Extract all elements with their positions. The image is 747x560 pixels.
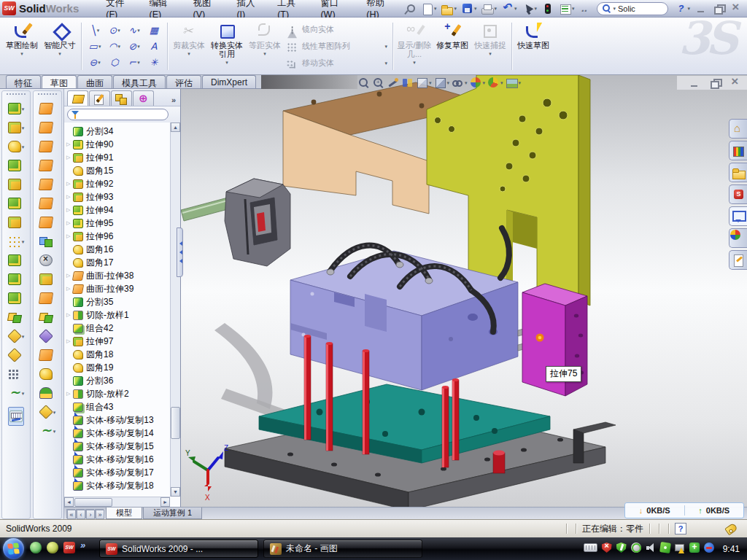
feature-tree-item[interactable]: ▷ 实体-移动/复制15 bbox=[64, 440, 170, 453]
dropdown-arrow-icon[interactable]: ▾ bbox=[117, 44, 120, 49]
feature-tree-item[interactable]: ▷ 拉伸94 bbox=[64, 203, 170, 217]
dropdown-arrow-icon[interactable]: ▾ bbox=[534, 6, 537, 11]
feature-tree-item[interactable]: ▷ 组合42 bbox=[64, 322, 170, 335]
scroll-left-icon[interactable]: ◄ bbox=[64, 497, 74, 507]
first-tab-icon[interactable]: « bbox=[66, 509, 75, 518]
command-tab[interactable]: 评估 bbox=[166, 75, 201, 88]
tag-icon[interactable] bbox=[724, 522, 738, 535]
view-orientation-icon[interactable]: ▾ bbox=[416, 77, 432, 89]
overflow-chevron-icon[interactable] bbox=[80, 542, 92, 556]
arc-icon[interactable]: ◠▾ bbox=[105, 39, 124, 54]
dropdown-arrow-icon[interactable]: ▾ bbox=[429, 80, 432, 85]
dropdown-arrow-icon[interactable]: ▾ bbox=[22, 106, 25, 112]
dropdown-arrow-icon[interactable]: ▾ bbox=[384, 61, 387, 66]
dropdown-arrow-icon[interactable]: ▾ bbox=[22, 125, 25, 131]
render-icon[interactable]: ▾ bbox=[487, 77, 503, 89]
planar-surface-icon[interactable]: ▾ bbox=[39, 213, 56, 232]
split-icon[interactable]: ▾ bbox=[8, 270, 25, 289]
weldment-icon[interactable]: ▾ bbox=[8, 346, 25, 365]
knit-surface-icon[interactable]: ▾ bbox=[39, 175, 56, 194]
model-canvas[interactable]: Y Z X bbox=[181, 75, 747, 507]
swept-surface-icon[interactable]: ▾ bbox=[39, 99, 56, 118]
solidworks-quick-icon[interactable] bbox=[63, 542, 75, 556]
extruded-boss-icon[interactable]: ▾ bbox=[8, 99, 25, 118]
view-palette-tab[interactable] bbox=[729, 206, 747, 226]
feature-tree-item[interactable]: ▷ 拉伸95 bbox=[64, 217, 170, 230]
save-icon[interactable]: ▾ bbox=[459, 1, 479, 16]
taskbar-clock[interactable]: 9:41 bbox=[720, 544, 747, 554]
trim-surface-icon[interactable]: ▾ bbox=[39, 327, 56, 346]
replace-face-icon[interactable]: ▾ bbox=[39, 270, 56, 289]
move-copy-icon[interactable]: ▾ bbox=[8, 308, 25, 327]
expand-arrow-icon[interactable]: ▷ bbox=[66, 338, 73, 344]
dropdown-arrow-icon[interactable]: ▾ bbox=[413, 60, 416, 65]
offset-surface-icon[interactable]: ▾ bbox=[39, 194, 56, 213]
dropdown-arrow-icon[interactable]: ▾ bbox=[137, 44, 140, 49]
feature-tree-item[interactable]: ▷ 圆角19 bbox=[64, 361, 170, 374]
spline-surface-icon[interactable]: ▾ bbox=[39, 421, 56, 440]
start-button[interactable] bbox=[3, 538, 24, 559]
feature-tree-item[interactable]: ▷ 实体-移动/复制16 bbox=[64, 453, 170, 466]
circle-icon[interactable]: ⊙▾ bbox=[105, 23, 124, 38]
dropdown-arrow-icon[interactable]: ▾ bbox=[20, 51, 23, 56]
box-select-icon[interactable]: ▦▾ bbox=[144, 23, 163, 38]
new-document-icon[interactable]: ▾ bbox=[419, 1, 438, 16]
command-tab[interactable]: DimXpert bbox=[202, 75, 256, 88]
dropdown-arrow-icon[interactable]: ▾ bbox=[22, 391, 25, 396]
feature-tree-item[interactable]: ▷ 分割35 bbox=[64, 295, 170, 308]
feature-tree-item[interactable]: ▷ 分割36 bbox=[64, 374, 170, 387]
pin-drive-icon[interactable] bbox=[660, 542, 670, 555]
dropdown-arrow-icon[interactable]: ▾ bbox=[572, 6, 575, 11]
dropdown-arrow-icon[interactable]: ▾ bbox=[447, 80, 450, 85]
dropdown-arrow-icon[interactable]: ▾ bbox=[53, 410, 56, 415]
freeform-icon[interactable]: ▾ bbox=[39, 402, 56, 421]
last-tab-icon[interactable]: » bbox=[95, 509, 104, 518]
dropdown-arrow-icon[interactable]: ▾ bbox=[187, 51, 190, 56]
boundary-surface-icon[interactable]: ▾ bbox=[39, 156, 56, 175]
cut-icon[interactable]: ▾ bbox=[8, 194, 25, 213]
scrollbar-thumb[interactable] bbox=[171, 407, 180, 439]
status-help-icon[interactable]: ? bbox=[675, 523, 686, 534]
traffic-light-icon[interactable]: ▾ bbox=[539, 1, 556, 16]
model-tab[interactable]: 运动算例 1 bbox=[143, 508, 202, 519]
resources-tab[interactable] bbox=[729, 119, 747, 139]
body-icon[interactable]: ▾ bbox=[8, 289, 25, 308]
design-library-tab[interactable] bbox=[729, 141, 747, 160]
prev-tab-icon[interactable]: ‹ bbox=[76, 509, 85, 518]
overflow-icon[interactable]: ▾ bbox=[576, 1, 593, 16]
dropdown-arrow-icon[interactable]: ▾ bbox=[97, 28, 100, 33]
command-tab[interactable]: 模具工具 bbox=[113, 75, 166, 88]
fillet-icon[interactable]: ▾ bbox=[8, 137, 25, 156]
filter-input[interactable] bbox=[67, 109, 169, 120]
spline-tool-icon[interactable]: ▾ bbox=[8, 384, 25, 402]
expand-arrow-icon[interactable]: ▷ bbox=[66, 141, 73, 147]
command-tab[interactable]: 曲面 bbox=[77, 75, 112, 88]
dropdown-arrow-icon[interactable]: ▾ bbox=[514, 6, 517, 11]
hide-show-icon[interactable]: ▾ bbox=[452, 77, 468, 89]
dropdown-arrow-icon[interactable]: ▾ bbox=[58, 51, 61, 56]
revolved-surface-icon[interactable]: ▾ bbox=[39, 118, 56, 137]
featuremanager-tab[interactable] bbox=[67, 90, 88, 106]
feature-tree-item[interactable]: ▷ 切除-放样1 bbox=[64, 308, 170, 322]
configurationmanager-tab[interactable] bbox=[111, 90, 132, 106]
panel-chevron[interactable]: » bbox=[171, 96, 179, 106]
line-icon[interactable]: ╲▾ bbox=[85, 23, 104, 38]
blocked-sync-icon[interactable] bbox=[704, 542, 714, 555]
move-face-icon[interactable]: ▾ bbox=[39, 308, 56, 327]
display-style-icon[interactable]: ▾ bbox=[434, 77, 450, 89]
command-tab[interactable]: 特征 bbox=[6, 75, 41, 88]
feature-tree-item[interactable]: ▷ 实体-移动/复制17 bbox=[64, 466, 170, 479]
pin-icon[interactable]: ▾ bbox=[401, 1, 418, 16]
app-green-icon[interactable] bbox=[47, 542, 58, 556]
feature-tree-item[interactable]: ▷ 分割34 bbox=[64, 125, 170, 138]
security-alert-icon[interactable] bbox=[602, 542, 612, 555]
feature-tree-item[interactable]: ▷ 实体-移动/复制13 bbox=[64, 413, 170, 427]
extend-surface-icon[interactable]: ▾ bbox=[39, 232, 56, 251]
panel-splitter-handle[interactable] bbox=[177, 228, 183, 277]
shield-lightning-icon[interactable] bbox=[616, 542, 627, 555]
text-icon[interactable]: A▾ bbox=[144, 39, 163, 54]
volume-icon[interactable] bbox=[646, 542, 656, 555]
magnify-icon[interactable]: ▾ bbox=[387, 77, 399, 89]
dropdown-arrow-icon[interactable]: ▾ bbox=[22, 144, 25, 149]
expand-arrow-icon[interactable]: ▷ bbox=[66, 312, 73, 318]
